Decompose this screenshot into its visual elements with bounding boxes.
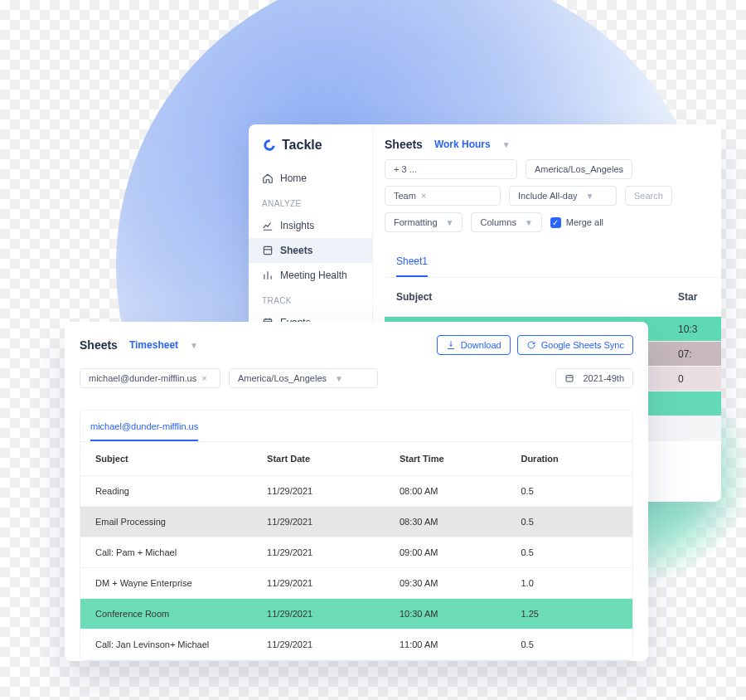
- cell-start: 07:: [666, 348, 721, 360]
- tab-user[interactable]: michael@dunder-mifflin.us: [90, 421, 198, 441]
- search-placeholder: Search: [634, 191, 663, 201]
- table-row[interactable]: Conference Room 11/29/2021 10:30 AM 1.25: [80, 599, 632, 630]
- ts-header: Sheets Timesheet ▼ Download Google Sheet…: [80, 335, 633, 355]
- chevron-down-icon[interactable]: ▼: [190, 341, 198, 350]
- bar-chart-icon: [262, 270, 274, 281]
- brand: Tackle: [249, 138, 372, 166]
- chip-label: + 3 ...: [394, 164, 417, 174]
- cell-subject: DM + Wayne Enterprise: [80, 568, 257, 599]
- formatting-select[interactable]: Formatting ▼: [385, 212, 463, 232]
- cell-subject: Conference Room: [80, 599, 257, 630]
- people-filter-chip[interactable]: + 3 ...: [385, 159, 517, 179]
- sheet-tabs: Sheet1: [385, 249, 721, 278]
- sidebar-item-meeting-health[interactable]: Meeting Health: [249, 263, 372, 288]
- close-icon[interactable]: ×: [421, 191, 426, 201]
- cell-time: 11:00 AM: [390, 630, 511, 660]
- timezone-select[interactable]: America/Los_Angeles ▼: [229, 368, 378, 388]
- select-label: Include All-day: [518, 191, 578, 201]
- table-tabs: michael@dunder-mifflin.us: [80, 411, 632, 442]
- calendar-icon: [564, 373, 574, 383]
- page-title: Sheets: [385, 138, 423, 151]
- search-input[interactable]: Search: [625, 186, 672, 206]
- sidebar-item-label: Sheets: [280, 245, 312, 256]
- cell-start: 0: [666, 373, 721, 385]
- column-header-start-time[interactable]: Start Time: [390, 442, 511, 476]
- ts-filter-row: michael@dunder-mifflin.us × America/Los_…: [80, 368, 633, 388]
- download-icon: [446, 340, 456, 350]
- home-icon: [262, 173, 274, 184]
- view-selector[interactable]: Timesheet: [129, 339, 178, 351]
- cell-date: 11/29/2021: [257, 476, 390, 507]
- week-label: 2021-49th: [583, 373, 624, 383]
- app-window-timesheet: Sheets Timesheet ▼ Download Google Sheet…: [65, 322, 648, 661]
- cell-duration: 1.0: [511, 568, 632, 599]
- svg-rect-0: [264, 246, 271, 254]
- cell-duration: 0.5: [511, 630, 632, 660]
- chevron-down-icon: ▼: [586, 192, 594, 201]
- cell-duration: 1.25: [511, 599, 632, 630]
- cell-duration: 0.5: [511, 476, 632, 507]
- tackle-logo-icon: [262, 138, 277, 153]
- table-row[interactable]: DM + Wayne Enterprise 11/29/2021 09:30 A…: [80, 568, 632, 599]
- chip-label: Team: [394, 191, 416, 201]
- sidebar-group-track: TRACK: [249, 288, 372, 310]
- column-header-subject[interactable]: Subject: [80, 442, 257, 476]
- cell-subject: Email Processing: [80, 507, 257, 537]
- table-row[interactable]: Email Processing 11/29/2021 08:30 AM 0.5: [80, 507, 632, 537]
- cell-subject: Call: Pam + Michael: [80, 537, 257, 568]
- button-label: Google Sheets Sync: [541, 340, 624, 350]
- cell-time: 09:30 AM: [390, 568, 511, 599]
- team-filter-chip[interactable]: Team ×: [385, 186, 501, 206]
- sidebar-item-label: Insights: [280, 220, 314, 231]
- tab-sheet1[interactable]: Sheet1: [396, 249, 428, 277]
- merge-all-checkbox[interactable]: ✓ Merge all: [550, 212, 603, 232]
- timezone-select[interactable]: America/Los_Angeles: [526, 159, 632, 179]
- cell-subject: Reading: [80, 476, 257, 507]
- cell-date: 11/29/2021: [257, 537, 390, 568]
- cell-date: 11/29/2021: [257, 630, 390, 660]
- allday-select[interactable]: Include All-day ▼: [509, 186, 617, 206]
- sheet-icon: [262, 245, 274, 256]
- chip-label: michael@dunder-mifflin.us: [89, 373, 196, 383]
- button-label: Download: [461, 340, 501, 350]
- google-sheets-sync-button[interactable]: Google Sheets Sync: [517, 335, 633, 355]
- page-title: Sheets: [80, 338, 118, 352]
- cell-time: 08:00 AM: [390, 476, 511, 507]
- column-header-start-date[interactable]: Start Date: [257, 442, 390, 476]
- column-header-duration[interactable]: Duration: [511, 442, 632, 476]
- chevron-down-icon[interactable]: ▼: [502, 140, 511, 149]
- brand-text: Tackle: [282, 138, 322, 153]
- chevron-down-icon: ▼: [525, 218, 533, 227]
- email-filter-chip[interactable]: michael@dunder-mifflin.us ×: [80, 368, 220, 388]
- select-label: Columns: [480, 217, 516, 227]
- sidebar-group-analyze: ANALYZE: [249, 191, 372, 213]
- sidebar-item-label: Meeting Health: [280, 270, 347, 281]
- column-header-start[interactable]: Star: [666, 278, 721, 316]
- checkbox-label: Merge all: [566, 217, 603, 227]
- download-button[interactable]: Download: [437, 335, 511, 355]
- table-row[interactable]: Call: Pam + Michael 11/29/2021 09:00 AM …: [80, 537, 632, 568]
- view-selector[interactable]: Work Hours: [434, 139, 491, 150]
- sidebar-item-sheets[interactable]: Sheets: [249, 238, 372, 263]
- chart-line-icon: [262, 220, 274, 231]
- close-icon[interactable]: ×: [201, 373, 206, 383]
- sidebar-item-label: Home: [280, 173, 307, 184]
- cell-time: 10:30 AM: [390, 599, 511, 630]
- cell-start: 10:3: [666, 323, 721, 335]
- sidebar-item-home[interactable]: Home: [249, 166, 372, 191]
- week-picker[interactable]: 2021-49th: [555, 368, 633, 388]
- table-row[interactable]: Reading 11/29/2021 08:00 AM 0.5: [80, 476, 632, 507]
- sync-icon: [526, 340, 536, 350]
- chevron-down-icon: ▼: [446, 218, 454, 227]
- column-header-subject[interactable]: Subject: [385, 278, 666, 316]
- sidebar-item-insights[interactable]: Insights: [249, 213, 372, 238]
- timesheet-table: michael@dunder-mifflin.us Subject Start …: [80, 410, 633, 661]
- cell-date: 11/29/2021: [257, 599, 390, 630]
- table-row[interactable]: Call: Jan Levinson+ Michael 11/29/2021 1…: [80, 630, 632, 660]
- cell-date: 11/29/2021: [257, 568, 390, 599]
- columns-select[interactable]: Columns ▼: [471, 212, 541, 232]
- timezone-label: America/Los_Angeles: [535, 164, 623, 174]
- table-header-row: Subject Start Date Start Time Duration: [80, 442, 632, 476]
- svg-rect-2: [566, 376, 573, 382]
- cell-duration: 0.5: [511, 537, 632, 568]
